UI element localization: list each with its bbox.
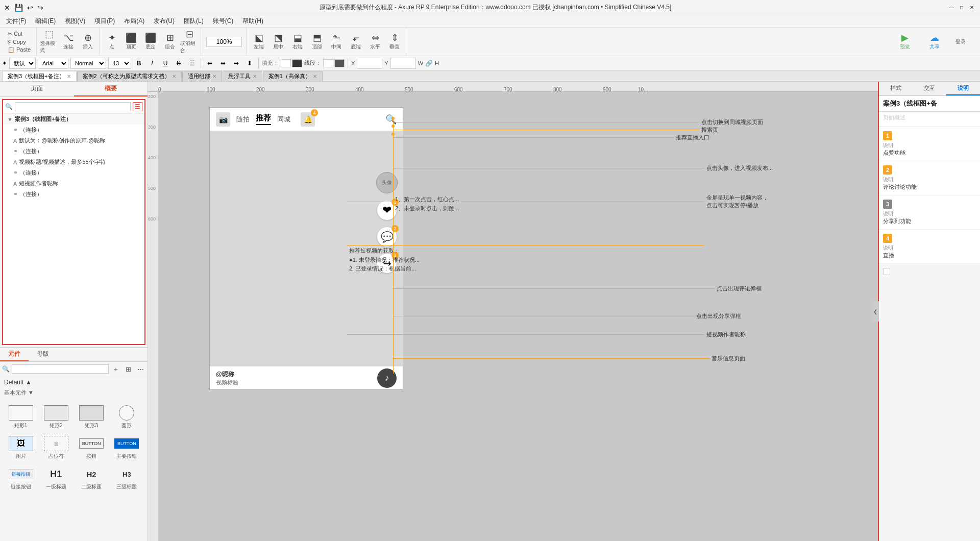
login-button[interactable]: 登录	[951, 31, 970, 53]
right-panel-collapse-btn[interactable]: ❮	[872, 301, 879, 322]
outline-item-link1[interactable]: ⚭ （连接）	[3, 125, 144, 135]
tab-case2[interactable]: 案例2（可称之为原型式需求文档） ✕	[77, 71, 182, 81]
align-left-fmt-button[interactable]: ⬅	[204, 58, 215, 69]
comp-dup-btn[interactable]: ⊞	[123, 364, 133, 374]
outline-item-text2[interactable]: A 视频标题/视频描述，最多55个字符	[3, 157, 144, 167]
align-bottom-button[interactable]: ⬐ 底端	[347, 31, 365, 53]
comp-group-arrow[interactable]: ▲	[26, 379, 32, 386]
maximize-btn[interactable]: □	[958, 4, 966, 12]
align-left-button[interactable]: ⬕ 左端	[250, 31, 268, 53]
menu-publish[interactable]: 发布(U)	[150, 16, 179, 27]
align-right-button[interactable]: ⬓ 右端	[288, 31, 307, 53]
right-tab-notes[interactable]: 说明	[946, 82, 980, 95]
menu-layout[interactable]: 布局(A)	[120, 16, 149, 27]
tab-outline[interactable]: 概要	[74, 82, 148, 96]
outline-group-header[interactable]: ▼ 案例3（线框图+备注）	[3, 114, 144, 125]
bottom-button[interactable]: ⬛ 底定	[141, 31, 160, 53]
comp-item-placeholder[interactable]: ⊠ 占位符	[39, 433, 72, 462]
font-select[interactable]: Arial	[38, 58, 68, 69]
zoom-value[interactable]: 100%	[206, 37, 242, 47]
weight-select[interactable]: Normal	[70, 58, 106, 69]
insert-button[interactable]: ⊕ 插入	[79, 31, 97, 53]
comp-tab-masters[interactable]: 母版	[29, 348, 57, 361]
redo-icon[interactable]: ↪	[37, 4, 43, 12]
group-button[interactable]: ⊞ 组合	[161, 31, 179, 53]
align-middle-button[interactable]: ⬑ 中间	[327, 31, 346, 53]
comp-search-input[interactable]	[12, 364, 109, 374]
preview-button[interactable]: ▶ 预览	[892, 31, 918, 53]
right-tab-interact[interactable]: 交互	[913, 82, 946, 95]
tab-common-close[interactable]: ✕	[212, 73, 216, 79]
align-center-fmt-button[interactable]: ⬌	[217, 58, 229, 69]
tab-case1[interactable]: 案例1（高保真） ✕	[263, 71, 323, 81]
menu-edit[interactable]: 编辑(E)	[31, 16, 60, 27]
comp-item-h3[interactable]: H3 三级标题	[110, 464, 143, 493]
cut-button[interactable]: ✂ Cut	[6, 30, 24, 38]
menu-team[interactable]: 团队(L)	[180, 16, 208, 27]
list-button[interactable]: ☰	[186, 58, 198, 69]
dist-h-button[interactable]: ⇔ 水平	[366, 31, 384, 53]
dist-v-button[interactable]: ⇕ 垂直	[385, 31, 404, 53]
underline-button[interactable]: U	[160, 58, 171, 69]
align-top-button[interactable]: ⬒ 顶部	[308, 31, 326, 53]
comp-item-img[interactable]: 🖼 图片	[4, 433, 37, 462]
menu-project[interactable]: 项目(P)	[90, 16, 119, 27]
comp-item-button[interactable]: BUTTON 按钮	[75, 433, 108, 462]
size-select[interactable]: 13	[108, 58, 131, 69]
italic-button[interactable]: I	[146, 58, 158, 69]
align-justify-fmt-button[interactable]: ⬍	[244, 58, 255, 69]
comp-item-mainbutton[interactable]: BUTTON 主要按钮	[110, 433, 143, 462]
outline-item-text3[interactable]: A 短视频作者昵称	[3, 178, 144, 189]
comp-item-h1[interactable]: H1 一级标题	[39, 464, 72, 493]
tab-case2-close[interactable]: ✕	[172, 73, 176, 79]
outline-item-link2[interactable]: ⚭ （连接）	[3, 146, 144, 157]
align-center-button[interactable]: ⬔ 居中	[269, 31, 287, 53]
outline-search-input[interactable]	[15, 102, 131, 111]
connect-button[interactable]: ⌥ 连接	[59, 31, 78, 53]
paste-button[interactable]: 📋 Paste	[6, 46, 32, 54]
strikethrough-button[interactable]: S	[173, 58, 184, 69]
top-button[interactable]: ⬛ 顶页	[122, 31, 140, 53]
tab-case1-close[interactable]: ✕	[313, 73, 317, 79]
comp-item-rect3[interactable]: 矩形3	[75, 403, 108, 431]
comp-add-btn[interactable]: +	[111, 364, 121, 374]
bold-button[interactable]: B	[133, 58, 144, 69]
outline-item-link3[interactable]: ⚭ （连接）	[3, 167, 144, 178]
select-mode-button[interactable]: ⬚ 选择模式	[40, 31, 58, 53]
tab-case3-close[interactable]: ✕	[67, 73, 71, 79]
comp-item-linkbutton[interactable]: 链接按钮 链接按钮	[4, 464, 37, 493]
outline-item-link4[interactable]: ⚭ （连接）	[3, 189, 144, 200]
tab-float[interactable]: 悬浮工具 ✕	[223, 71, 262, 81]
fill-color2-box[interactable]	[292, 59, 302, 67]
tab-pages[interactable]: 页面	[0, 82, 74, 96]
close-btn[interactable]: ✕	[968, 4, 976, 12]
outline-filter-icon[interactable]: ☰	[133, 102, 142, 111]
comp-tab-widgets[interactable]: 元件	[0, 348, 29, 361]
undo-icon[interactable]: ↩	[27, 4, 33, 12]
fill-color-box[interactable]	[281, 59, 291, 67]
tab-float-close[interactable]: ✕	[253, 73, 257, 79]
y-input[interactable]	[390, 58, 416, 69]
menu-view[interactable]: 视图(V)	[61, 16, 89, 27]
point-button[interactable]: ✦ 点	[103, 31, 121, 53]
style-select[interactable]: 默认	[9, 58, 36, 69]
tab-case3[interactable]: 案例3（线框图+备注） ✕	[2, 71, 77, 81]
outline-item-text1[interactable]: A 默认为：@昵称创作的原声-@昵称	[3, 135, 144, 146]
share-button[interactable]: ☁ 共享	[922, 31, 947, 53]
ungroup-button[interactable]: ⊟ 取消组合	[180, 31, 199, 53]
comp-item-rect2[interactable]: 矩形2	[39, 403, 72, 431]
save-icon[interactable]: 💾	[14, 4, 23, 12]
right-tab-style[interactable]: 样式	[879, 82, 913, 95]
border-color2-box[interactable]	[334, 59, 345, 67]
right-checkbox[interactable]	[883, 268, 890, 275]
canvas-main[interactable]: 📷 随拍 推荐 同城 🔔 4 🔍	[158, 92, 878, 541]
align-right-fmt-button[interactable]: ➡	[231, 58, 242, 69]
minimize-btn[interactable]: —	[947, 4, 955, 12]
copy-button[interactable]: ⎘ Copy	[6, 38, 28, 45]
tab-common[interactable]: 通用组部 ✕	[182, 71, 222, 81]
comp-item-h2[interactable]: H2 二级标题	[75, 464, 108, 493]
comp-more-btn[interactable]: ⋯	[135, 364, 145, 374]
x-input[interactable]	[357, 58, 382, 69]
menu-help[interactable]: 帮助(H)	[238, 16, 267, 27]
comp-item-rect1[interactable]: 矩形1	[4, 403, 37, 431]
